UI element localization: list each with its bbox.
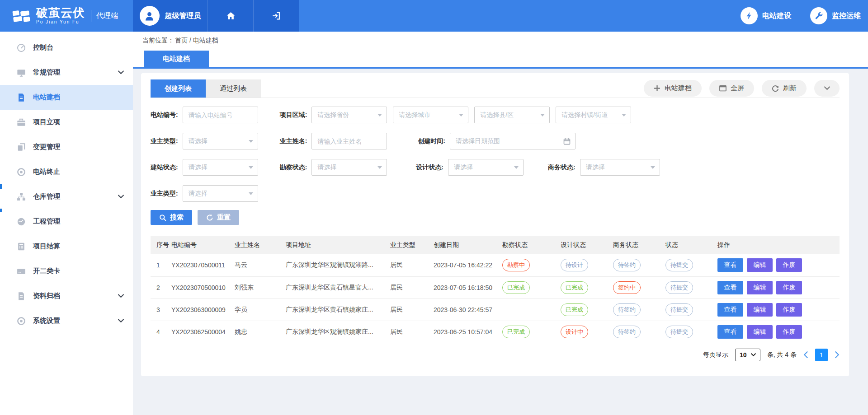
filter-label: 设计状态:	[416, 163, 443, 172]
county-select[interactable]: 请选择县/区	[474, 107, 550, 123]
filter-label: 电站编号:	[151, 111, 178, 119]
search-button[interactable]: 搜索	[151, 210, 192, 225]
chevron-down-icon	[824, 86, 830, 90]
city-select[interactable]: 请选择城市	[393, 107, 468, 123]
status-badge: 待提交	[665, 281, 693, 294]
filter-label: 业主类型:	[151, 137, 178, 145]
sidebar-item-change-management[interactable]: 变更管理	[0, 135, 133, 159]
station-code-input[interactable]	[183, 107, 258, 123]
chevron-down-icon	[118, 294, 124, 298]
edit-button[interactable]: 编辑	[747, 258, 773, 272]
brand-title: 破茧云伏	[36, 7, 85, 19]
sidebar-item-engineering-management[interactable]: 工程管理	[0, 209, 133, 234]
sidebar-item-project-settlement[interactable]: 项目结算	[0, 234, 133, 259]
void-button[interactable]: 作废	[776, 281, 802, 294]
void-button[interactable]: 作废	[776, 258, 802, 272]
header-nav-station-construction[interactable]: 电站建设	[741, 7, 791, 24]
fullscreen-button[interactable]: 全屏	[709, 80, 754, 97]
sidebar-item-station-filing[interactable]: 电站建档	[0, 85, 133, 110]
monitor-icon	[17, 68, 27, 77]
header-cells: 超级管理员	[133, 0, 299, 32]
sidebar-item-type2-card[interactable]: 开二类卡	[0, 259, 133, 284]
brand-subtitle: Po Jian Yun Fu	[36, 20, 85, 25]
filter-form: 电站编号: 项目区域: 请选择省份 请选择城市	[151, 98, 840, 202]
collapse-toolbar-button[interactable]	[814, 80, 840, 97]
survey-status-select[interactable]: 请选择	[311, 159, 387, 176]
chevron-down-icon	[751, 353, 756, 356]
dropdown-caret-icon	[459, 114, 463, 117]
tab-create-list[interactable]: 创建列表	[151, 79, 206, 98]
view-button[interactable]: 查看	[717, 325, 743, 339]
refresh-button[interactable]: 刷新	[762, 80, 807, 97]
void-button[interactable]: 作废	[776, 303, 802, 317]
edit-button[interactable]: 编辑	[747, 325, 773, 339]
province-select[interactable]: 请选择省份	[311, 107, 387, 123]
edit-button[interactable]: 编辑	[747, 303, 773, 317]
sidebar-item-general-management[interactable]: 常规管理	[0, 60, 133, 85]
dropdown-caret-icon	[249, 166, 253, 169]
view-button[interactable]: 查看	[717, 303, 743, 317]
design-status-select[interactable]: 请选择	[448, 159, 524, 176]
status-badge: 待签约	[613, 303, 641, 316]
sidebar-item-console[interactable]: 控制台	[0, 35, 133, 60]
view-button[interactable]: 查看	[717, 281, 743, 294]
logout-icon	[271, 11, 281, 21]
current-page[interactable]: 1	[815, 349, 828, 361]
filter-actions: 搜索 重置	[151, 210, 840, 225]
logout-button[interactable]	[254, 0, 299, 32]
next-page-button[interactable]	[835, 351, 840, 359]
create-time-range-input[interactable]: 请选择日期范围	[450, 133, 576, 149]
chevron-down-icon	[118, 195, 124, 199]
reset-button[interactable]: 重置	[198, 210, 239, 225]
breadcrumb-path[interactable]: 首页 / 电站建档	[175, 37, 218, 45]
sidebar-item-data-archiving[interactable]: 资料归档	[0, 284, 133, 308]
view-button[interactable]: 查看	[717, 258, 743, 272]
build-status-select[interactable]: 请选择	[183, 159, 258, 176]
owner-type2-select[interactable]: 请选择	[183, 185, 258, 202]
sidebar-item-warehouse-management[interactable]: 仓库管理	[0, 184, 133, 209]
wrench-icon	[810, 7, 827, 24]
document-icon	[17, 93, 27, 102]
home-button[interactable]	[208, 0, 254, 32]
refresh-icon	[772, 85, 779, 92]
gauge-icon	[17, 217, 27, 226]
sidebar-item-station-termination[interactable]: 电站终止	[0, 159, 133, 184]
panel-toolbar: 电站建档 全屏 刷新	[644, 80, 840, 97]
town-select[interactable]: 请选择村镇/街道	[556, 107, 631, 123]
tab-pass-list[interactable]: 通过列表	[206, 79, 261, 98]
status-badge: 待提交	[665, 259, 693, 271]
filter-label: 商务状态:	[548, 163, 576, 172]
header-nav-monitoring-operations[interactable]: 监控运维	[810, 7, 861, 24]
filter-label: 建站状态:	[151, 163, 178, 172]
owner-name-input[interactable]	[311, 133, 387, 149]
void-button[interactable]: 作废	[776, 325, 802, 339]
sidebar-item-system-settings[interactable]: 系统设置	[0, 308, 133, 333]
sidebar-item-project-initiation[interactable]: 项目立项	[0, 110, 133, 135]
sidebar-scroll-marker	[0, 209, 2, 212]
page-tab-station-filing[interactable]: 电站建档	[144, 51, 209, 67]
prev-page-button[interactable]	[803, 351, 808, 359]
status-badge: 待提交	[665, 326, 693, 338]
dropdown-caret-icon	[377, 114, 382, 117]
stations-table: 序号电站编号业主姓名项目地址业主类型创建日期勘察状态设计状态商务状态状态操作 1…	[151, 236, 840, 343]
edit-button[interactable]: 编辑	[747, 281, 773, 294]
header-right-nav: 电站建设监控运维	[741, 0, 868, 32]
sidebar-scroll-marker	[0, 184, 2, 189]
create-station-button[interactable]: 电站建档	[644, 80, 702, 97]
dashboard-icon	[17, 43, 27, 52]
home-icon	[226, 11, 236, 21]
user-name: 超级管理员	[165, 11, 201, 21]
user-menu[interactable]: 超级管理员	[133, 0, 208, 32]
plus-icon	[654, 85, 660, 92]
brand[interactable]: 破茧云伏 Po Jian Yun Fu 代理端	[0, 0, 133, 32]
status-badge: 已完成	[502, 281, 530, 294]
page-tab-bar: 电站建档	[133, 50, 868, 69]
owner-type-select[interactable]: 请选择	[183, 133, 258, 149]
business-status-select[interactable]: 请选择	[580, 159, 660, 176]
main-panel: 创建列表通过列表 电站建档 全屏 刷新	[141, 73, 849, 376]
page-size-select[interactable]: 10	[735, 349, 760, 361]
portal-label: 代理端	[96, 11, 118, 21]
dropdown-caret-icon	[514, 166, 519, 169]
column-header: 业主姓名	[235, 236, 286, 254]
dropdown-caret-icon	[249, 192, 253, 195]
